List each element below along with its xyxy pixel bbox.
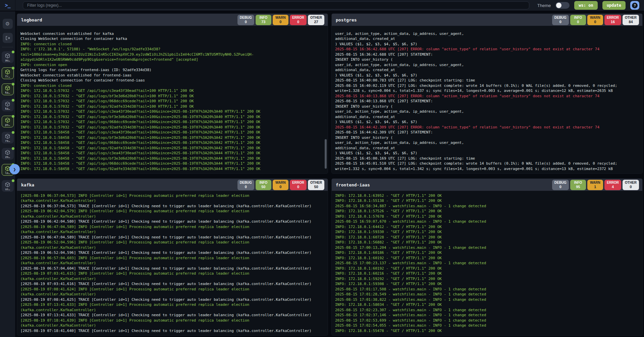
log-line: (kafka.controller.KafkaController) — [20, 276, 324, 282]
websocket-toggle-button[interactable]: ws: on — [574, 1, 597, 10]
badge-error[interactable]: ERROR0 — [290, 180, 307, 190]
badge-label: DEBUG — [554, 180, 567, 185]
badge-label: ERROR — [607, 180, 619, 185]
log-output[interactable]: WebSocket connection established for kaf… — [17, 26, 328, 173]
sidebar-item-re-5[interactable]: re… — [2, 132, 14, 144]
log-line: INFO: 172.18.0.1:59330 - "GET / HTTP/1.1… — [335, 229, 639, 235]
log-line: INFO: connection closed — [20, 83, 324, 89]
badge-error[interactable]: ERROR4 — [604, 180, 621, 190]
log-line: 2025-08-15 16:36:42.688 UTC [207] STATEM… — [335, 52, 639, 57]
badge-other[interactable]: OTHER50 — [308, 180, 324, 190]
log-output[interactable]: user_id, action_type, action_data, ip_ad… — [332, 26, 642, 173]
log-line: INFO: 172.18.0.1:59292 - "GET / HTTP/1.1… — [335, 276, 639, 282]
log-line: INFO: 172.18.0.1:57032 - "GET /api/logs/… — [20, 109, 324, 114]
help-button[interactable]: ? — [630, 1, 639, 10]
filter-logs-input[interactable] — [23, 1, 529, 9]
log-line: (kafka.controller.KafkaController) — [20, 292, 324, 297]
sidebar-expand-button[interactable]: ❯ — [9, 164, 20, 174]
badge-other[interactable]: OTHER0 — [623, 180, 639, 190]
status-dot — [12, 131, 14, 134]
badge-label: WARN — [275, 15, 286, 20]
log-line: INFO: 172.18.0.1:55478 - "GET / HTTP/1.1… — [335, 328, 639, 334]
sidebar-item-po-4[interactable]: po… — [2, 116, 14, 127]
badge-info[interactable]: INFO73 — [256, 15, 271, 25]
log-line: INFO: 172.18.0.1:57032 - "GET /api/logs/… — [20, 94, 324, 99]
log-line: 2025-08-15 17:01:28,549 - watchfiles.mai… — [335, 292, 639, 297]
badge-error[interactable]: ERROR16 — [604, 15, 621, 25]
badge-info[interactable]: INFO95 — [570, 180, 586, 190]
log-output[interactable]: [2025-08-19 06:37:04,573] INFO [Controll… — [17, 191, 328, 335]
log-line: Getting logs for container frontend-iaas… — [20, 67, 324, 73]
badge-warn[interactable]: WARN1 — [587, 180, 603, 190]
sidebar-item-au-0[interactable]: au… — [2, 51, 14, 63]
badge-count: 0 — [292, 20, 304, 24]
panels-grid: logboard DEBUG0INFO73WARN0ERROR0OTHER27 … — [15, 11, 644, 337]
log-line: WebSocket connection established for fro… — [20, 73, 324, 78]
badge-warn[interactable]: WARN0 — [273, 180, 288, 190]
log-line: [2025-08-19 07:13:41,633] INFO [Controll… — [20, 302, 324, 307]
sidebar-item-ka-3[interactable]: ka… — [2, 100, 14, 111]
log-line: 2025-08-15 16:45:00.169 UTC [27] LOG: ch… — [335, 156, 639, 161]
badge-info[interactable]: INFO0 — [570, 15, 586, 25]
sidebar-item-fr-1[interactable]: fr… — [2, 67, 14, 79]
log-line: 2025-08-15 16:36:42.688 UTC [207] ERROR:… — [335, 47, 639, 52]
badge-label: INFO — [573, 15, 584, 20]
log-line: INFO: 172.18.0.1:57032 - "GET /api/logs/… — [20, 119, 324, 125]
log-line: (kafka.controller.KafkaController) — [20, 323, 324, 328]
log-line: (kafka.controller.KafkaController) — [20, 229, 324, 235]
badge-other[interactable]: OTHER84 — [623, 15, 639, 25]
log-line: [2025-08-19 06:47:04,589] INFO [Controll… — [20, 224, 324, 230]
badge-count: 0 — [554, 185, 567, 189]
log-output[interactable]: INFO: 172.18.0.1:63952 - "GET / HTTP/1.1… — [332, 191, 642, 335]
log-line: INFO: 172.18.0.1:60192 - "GET / HTTP/1.1… — [335, 256, 639, 261]
container-cube-icon — [5, 117, 10, 123]
panel-header: kafka DEBUG0INFO50WARN0ERROR0OTHER50 — [17, 179, 328, 191]
settings-button[interactable]: ⚙ — [3, 19, 13, 29]
log-line: INFO: 172.18.0.1:58458 - "GET /api/logs/… — [20, 135, 324, 141]
log-line: INFO: 172.18.0.1:57526 - "GET / HTTP/1.1… — [335, 209, 639, 214]
question-mark-icon: ? — [632, 3, 638, 8]
badge-debug[interactable]: DEBUG0 — [237, 15, 254, 25]
logout-button[interactable] — [3, 33, 13, 43]
log-line: write=1.328 s, sync=0.004 s, total=1.337… — [335, 88, 639, 94]
badge-debug[interactable]: DEBUG0 — [552, 15, 569, 25]
sidebar-item-zo-6[interactable]: zo… — [2, 148, 14, 160]
container-label: re… — [5, 139, 10, 143]
badge-debug[interactable]: DEBUG0 — [552, 180, 569, 190]
theme-toggle[interactable] — [555, 2, 570, 9]
log-line: Closing WebSocket connection for contain… — [20, 78, 324, 83]
badge-label: OTHER — [310, 15, 322, 20]
badge-debug[interactable]: DEBUG0 — [237, 180, 254, 190]
container-label: ka… — [5, 91, 10, 94]
log-line: 2025-08-15 16:40:00.783 UTC [27] LOG: ch… — [335, 78, 639, 83]
badge-error[interactable]: ERROR0 — [290, 15, 307, 25]
log-line: INFO: 172.18.0.1:60728 - "GET / HTTP/1.1… — [335, 235, 639, 240]
status-dot — [12, 147, 14, 150]
badge-warn[interactable]: WARN0 — [587, 15, 603, 25]
badge-label: WARN — [590, 180, 601, 185]
badge-label: ERROR — [292, 180, 304, 185]
log-line: a1zgydikDRln1X2wUBSRWW0cdd9Pyp9Oig&servi… — [20, 57, 324, 62]
badge-count: 16 — [607, 20, 619, 24]
sidebar-item-ka-2[interactable]: ka… — [2, 83, 14, 95]
update-button[interactable]: update — [602, 1, 626, 10]
log-line: INFO: 172.18.0.1:58034 - "GET / HTTP/1.1… — [335, 302, 639, 307]
log-line: write=1.332 s, sync=0.004 s, total=1.342… — [335, 166, 639, 172]
log-line: 2025-08-15 16:40:13.868 UTC [207] ERROR:… — [335, 94, 639, 99]
log-line: [2025-08-19 06:37:04,573] INFO [Controll… — [20, 193, 324, 199]
app-logo: >_ — [0, 0, 15, 11]
badge-warn[interactable]: WARN0 — [273, 15, 288, 25]
badge-other[interactable]: OTHER27 — [308, 15, 324, 25]
badge-info[interactable]: INFO50 — [256, 180, 271, 190]
log-line: ) VALUES ($1, $2, $3, $4, $5, $6, $7) — [335, 119, 639, 125]
sidebar-item-us-8[interactable]: us… — [2, 180, 14, 192]
container-cube-icon — [5, 133, 10, 139]
panel-postgres: postgres DEBUG0INFO0WARN0ERROR16OTHER84 … — [331, 13, 643, 174]
log-line: [2025-08-19 07:08:41,624] INFO [Controll… — [20, 287, 324, 292]
badge-label: WARN — [275, 180, 286, 185]
log-line: ) VALUES ($1, $2, $3, $4, $5, $6, $7) — [335, 73, 639, 78]
scrollbar-thumb[interactable] — [325, 139, 327, 169]
badge-row: DEBUG0INFO73WARN0ERROR0OTHER27 — [237, 15, 324, 25]
container-cube-icon — [5, 53, 10, 59]
status-dot — [12, 115, 14, 118]
